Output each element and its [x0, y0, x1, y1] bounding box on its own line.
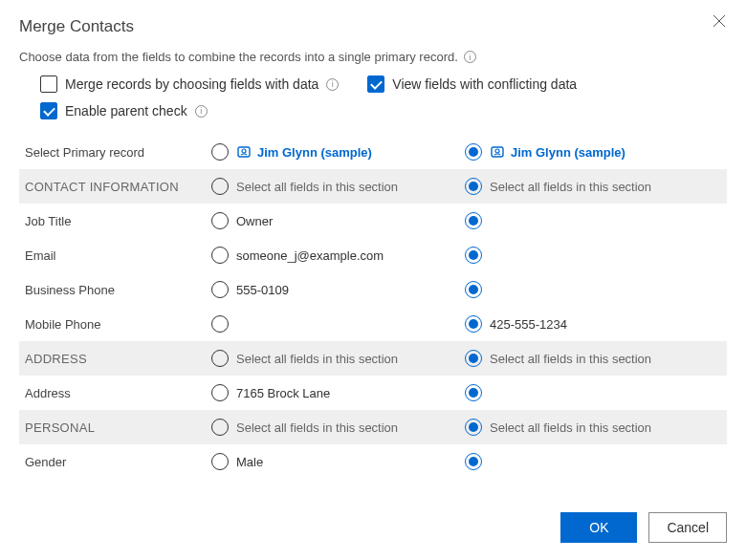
- contact-icon: [236, 144, 252, 160]
- primary-record-radio-1[interactable]: [465, 143, 482, 161]
- field-label: Email: [19, 238, 206, 272]
- section-select-radio[interactable]: [465, 419, 482, 436]
- section-select-0: Select all fields in this section: [206, 341, 459, 376]
- merge-by-fields-checkbox[interactable]: [40, 75, 57, 93]
- section-select-radio[interactable]: [465, 178, 482, 195]
- field-value: someone_j@example.com: [236, 248, 384, 263]
- field-value-1: [459, 444, 727, 479]
- field-radio[interactable]: [211, 384, 229, 401]
- close-button[interactable]: [710, 11, 729, 31]
- field-radio[interactable]: [465, 384, 482, 401]
- field-value: 425-555-1234: [490, 317, 567, 332]
- section-select-0: Select all fields in this section: [206, 410, 459, 444]
- field-radio[interactable]: [465, 247, 482, 264]
- field-value-0: 7165 Brock Lane: [206, 376, 459, 410]
- field-label: Mobile Phone: [19, 307, 206, 341]
- field-value-0: Owner: [206, 204, 459, 238]
- field-value-0: someone_j@example.com: [206, 238, 459, 272]
- section-name: CONTACT INFORMATION: [19, 169, 206, 204]
- dialog-title: Merge Contacts: [19, 17, 727, 36]
- field-radio[interactable]: [465, 453, 482, 470]
- field-value-0: 555-0109: [206, 272, 459, 307]
- enable-parent-checkbox[interactable]: [40, 102, 57, 119]
- primary-record-link-0[interactable]: Jim Glynn (sample): [236, 144, 372, 160]
- section-select-label: Select all fields in this section: [236, 420, 398, 435]
- section-select-0: Select all fields in this section: [206, 169, 459, 204]
- options-row-2: Enable parent check i: [40, 102, 727, 119]
- contact-icon: [490, 144, 505, 160]
- info-icon[interactable]: i: [464, 51, 476, 63]
- close-icon: [713, 14, 726, 28]
- field-radio[interactable]: [211, 247, 229, 264]
- section-select-radio[interactable]: [211, 419, 229, 436]
- primary-record-0: Jim Glynn (sample): [206, 135, 459, 169]
- field-value: 7165 Brock Lane: [236, 386, 330, 400]
- info-icon[interactable]: i: [326, 78, 339, 91]
- field-label: Address: [19, 376, 206, 410]
- svg-point-5: [495, 149, 499, 153]
- section-select-label: Select all fields in this section: [236, 352, 398, 366]
- info-icon[interactable]: i: [195, 105, 208, 118]
- section-select-radio[interactable]: [211, 178, 229, 195]
- primary-record-radio-0[interactable]: [211, 143, 229, 161]
- view-conflicting-option: View fields with conflicting data: [367, 75, 577, 93]
- field-value-1: [459, 376, 727, 410]
- field-value-1: [459, 272, 727, 307]
- merge-by-fields-option: Merge records by choosing fields with da…: [40, 75, 339, 93]
- field-radio[interactable]: [211, 315, 229, 333]
- section-select-1: Select all fields in this section: [459, 410, 727, 444]
- dialog-footer: OK Cancel: [19, 499, 727, 543]
- field-value: Owner: [236, 214, 273, 228]
- view-conflicting-checkbox[interactable]: [367, 75, 384, 93]
- section-select-label: Select all fields in this section: [490, 352, 651, 366]
- section-name: PERSONAL: [19, 410, 206, 444]
- field-label: Gender: [19, 444, 206, 479]
- field-value-0: Male: [206, 444, 459, 479]
- ok-button[interactable]: OK: [560, 512, 637, 543]
- field-value-0: [206, 307, 459, 341]
- field-value-1: 425-555-1234: [459, 307, 727, 341]
- field-label: Business Phone: [19, 272, 206, 307]
- section-select-1: Select all fields in this section: [459, 341, 727, 376]
- section-select-label: Select all fields in this section: [490, 420, 651, 435]
- field-label: Job Title: [19, 204, 206, 238]
- field-radio[interactable]: [211, 212, 229, 229]
- section-name: ADDRESS: [19, 341, 206, 376]
- primary-record-1: Jim Glynn (sample): [459, 135, 727, 169]
- field-radio[interactable]: [465, 212, 482, 229]
- field-radio[interactable]: [465, 315, 482, 333]
- field-value: Male: [236, 455, 263, 469]
- cancel-button[interactable]: Cancel: [648, 512, 727, 543]
- select-primary-label: Select Primary record: [19, 135, 206, 169]
- primary-record-link-1[interactable]: Jim Glynn (sample): [490, 144, 625, 160]
- dialog-subtitle: Choose data from the fields to combine t…: [19, 50, 727, 64]
- section-select-label: Select all fields in this section: [236, 180, 398, 194]
- fields-scroll-area[interactable]: Select Primary record Jim Glynn (sample): [19, 135, 733, 499]
- options-row-1: Merge records by choosing fields with da…: [40, 75, 727, 93]
- section-select-radio[interactable]: [465, 350, 482, 367]
- svg-point-3: [242, 149, 246, 153]
- section-select-1: Select all fields in this section: [459, 169, 727, 204]
- merge-contacts-dialog: Merge Contacts Choose data from the fiel…: [0, 0, 746, 560]
- field-radio[interactable]: [211, 281, 229, 298]
- field-value: 555-0109: [236, 283, 289, 297]
- field-value-1: [459, 238, 727, 272]
- field-radio[interactable]: [211, 453, 229, 470]
- section-select-radio[interactable]: [211, 350, 229, 367]
- field-radio[interactable]: [465, 281, 482, 298]
- enable-parent-option: Enable parent check i: [40, 102, 208, 119]
- field-value-1: [459, 204, 727, 238]
- section-select-label: Select all fields in this section: [490, 180, 651, 194]
